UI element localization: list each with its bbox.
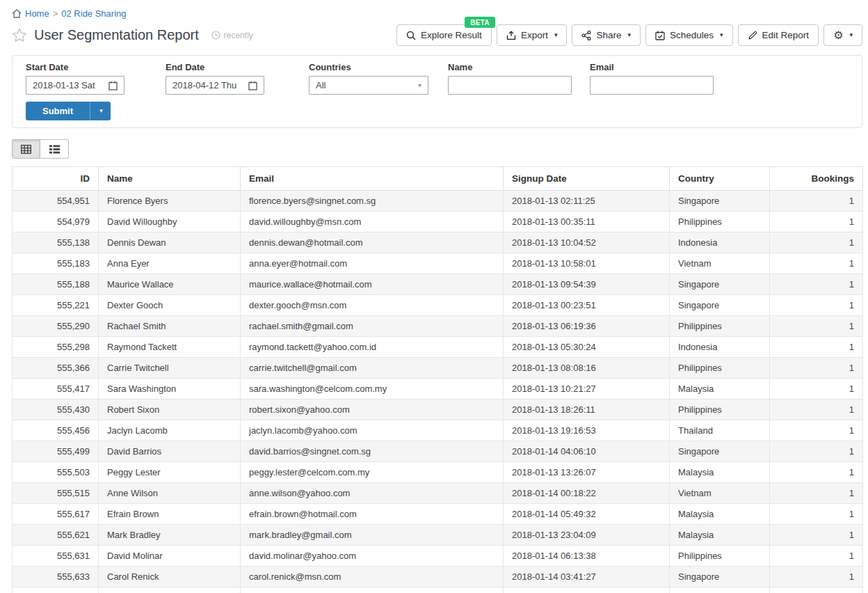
cell-id: 555,499	[13, 441, 99, 462]
cell-signup-date: 2018-01-14 06:13:38	[504, 546, 670, 567]
breadcrumb: Home > 02 Ride Sharing	[0, 0, 868, 19]
breadcrumb-current-link[interactable]: 02 Ride Sharing	[61, 8, 126, 19]
cell-email: dexter.gooch@msn.com	[241, 295, 504, 316]
cell-country: Vietnam	[670, 483, 770, 504]
cell-name: Rachael Smith	[99, 316, 241, 337]
cell-bookings: 1	[770, 358, 863, 379]
cell-email: anne.wilson@yahoo.com	[241, 483, 504, 504]
explore-result-button[interactable]: BETA Explore Result	[396, 24, 492, 46]
cell-bookings: 1	[770, 191, 863, 212]
pencil-icon	[748, 31, 757, 40]
share-button[interactable]: Share ▾	[572, 24, 641, 46]
table-row: 555,430Robert Sixonrobert.sixon@yahoo.co…	[13, 400, 863, 420]
action-toolbar: BETA Explore Result Export ▾ Share ▾ Sc	[392, 24, 862, 46]
breadcrumb-separator: >	[53, 8, 58, 19]
column-header-id[interactable]: ID	[13, 167, 99, 191]
submit-button[interactable]: Submit	[26, 102, 90, 120]
table-row: 555,138Dennis Dewandennis.dewan@hotmail.…	[13, 232, 863, 253]
cell-email: raymond.tackett@yahoo.com.id	[241, 337, 504, 358]
cell-email: carol.renick@msn.com	[241, 567, 504, 587]
list-icon	[49, 145, 60, 154]
cell-bookings: 1	[770, 483, 863, 504]
cell-name: Maurice Wallace	[99, 274, 241, 295]
cell-country: Malaysia	[670, 379, 770, 400]
cell-country: Philippines	[670, 400, 770, 420]
table-row: 555,188Maurice Wallacemaurice.wallace@ho…	[13, 274, 863, 295]
cell-country: Malaysia	[670, 462, 770, 483]
search-icon	[406, 31, 416, 40]
favorite-star-icon[interactable]	[12, 28, 27, 42]
cell-bookings: 1	[770, 441, 863, 462]
cell-email: david.molinar@yahoo.com	[241, 546, 504, 567]
table-row: 555,366Carrie Twitchellcarrie.twitchell@…	[13, 358, 863, 379]
cell-name: Robert Sixon	[99, 400, 241, 420]
cell-name: Florence Byers	[99, 191, 241, 212]
cell-signup-date: 2018-01-13 00:35:11	[504, 212, 670, 232]
table-view-button[interactable]	[12, 139, 40, 159]
cell-empty	[13, 587, 99, 593]
cell-id: 555,366	[13, 358, 99, 379]
end-date-filter: End Date 2018-04-12 Thu	[166, 62, 264, 95]
cell-signup-date: 2018-01-13 13:26:07	[504, 462, 670, 483]
table-header-row: ID Name Email Signup Date Country Bookin…	[13, 167, 863, 191]
cell-signup-date: 2018-01-13 05:30:24	[504, 337, 670, 358]
cell-bookings: 1	[770, 462, 863, 483]
cell-email: jaclyn.lacomb@yahoo.com	[241, 420, 504, 441]
table-row: 555,621Mark Bradleymark.bradley@gmail.co…	[13, 525, 863, 546]
cell-email: florence.byers@singnet.com.sg	[241, 191, 504, 212]
cell-id: 555,298	[13, 337, 99, 358]
email-input[interactable]	[590, 76, 714, 95]
name-input[interactable]	[448, 76, 572, 95]
table-row: 555,515Anne Wilsonanne.wilson@yahoo.com2…	[13, 483, 863, 504]
column-header-country[interactable]: Country	[670, 167, 770, 191]
end-date-input[interactable]: 2018-04-12 Thu	[166, 76, 264, 95]
breadcrumb-home-link[interactable]: Home	[25, 8, 49, 19]
last-updated-text: recently	[224, 31, 253, 40]
cell-bookings: 1	[770, 567, 863, 587]
cell-email: maurice.wallace@hotmail.com	[241, 274, 504, 295]
submit-dropdown-button[interactable]: ▾	[90, 102, 111, 120]
cell-name: Dennis Dewan	[99, 232, 241, 253]
countries-select[interactable]: All ▾	[309, 76, 428, 95]
gear-icon: ⚙	[833, 30, 843, 41]
page-title: User Segmentation Report	[34, 27, 199, 43]
cell-bookings: 1	[770, 546, 863, 567]
cell-bookings: 1	[770, 337, 863, 358]
calendar-icon	[108, 81, 118, 90]
cell-country: Singapore	[670, 295, 770, 316]
column-header-name[interactable]: Name	[99, 167, 241, 191]
cell-id: 555,221	[13, 295, 99, 316]
export-button[interactable]: Export ▾	[497, 24, 568, 46]
cell-signup-date: 2018-01-14 05:49:32	[504, 504, 670, 525]
email-filter: Email	[590, 62, 714, 95]
edit-report-button[interactable]: Edit Report	[738, 24, 819, 46]
cell-bookings: 1	[770, 504, 863, 525]
cell-signup-date: 2018-01-13 23:04:09	[504, 525, 670, 546]
cell-empty	[241, 587, 504, 593]
cell-country: Vietnam	[670, 253, 770, 274]
start-date-input[interactable]: 2018-01-13 Sat	[26, 76, 124, 95]
cell-country: Philippines	[670, 546, 770, 567]
cell-id: 555,430	[13, 400, 99, 420]
settings-button[interactable]: ⚙ ▾	[823, 24, 862, 46]
column-header-signup-date[interactable]: Signup Date	[504, 167, 670, 191]
cell-bookings: 1	[770, 274, 863, 295]
cell-name: David Molinar	[99, 546, 241, 567]
cell-signup-date: 2018-01-14 00:18:22	[504, 483, 670, 504]
cell-id: 554,979	[13, 212, 99, 232]
cell-id: 555,456	[13, 420, 99, 441]
cell-country: Singapore	[670, 441, 770, 462]
column-header-bookings[interactable]: Bookings	[770, 167, 863, 191]
cell-name: Jaclyn Lacomb	[99, 420, 241, 441]
cell-bookings: 1	[770, 295, 863, 316]
chevron-down-icon: ▾	[849, 32, 853, 38]
schedules-button[interactable]: Schedules ▾	[645, 24, 733, 46]
cell-name: Anne Wilson	[99, 483, 241, 504]
cell-id: 555,617	[13, 504, 99, 525]
table-row: 555,633Carol Renickcarol.renick@msn.com2…	[13, 567, 863, 587]
table-row: 555,499David Barriosdavid.barrios@singne…	[13, 441, 863, 462]
column-header-email[interactable]: Email	[241, 167, 504, 191]
list-view-button[interactable]	[40, 139, 69, 159]
cell-name: Raymond Tackett	[99, 337, 241, 358]
view-toggle-group	[12, 139, 69, 159]
